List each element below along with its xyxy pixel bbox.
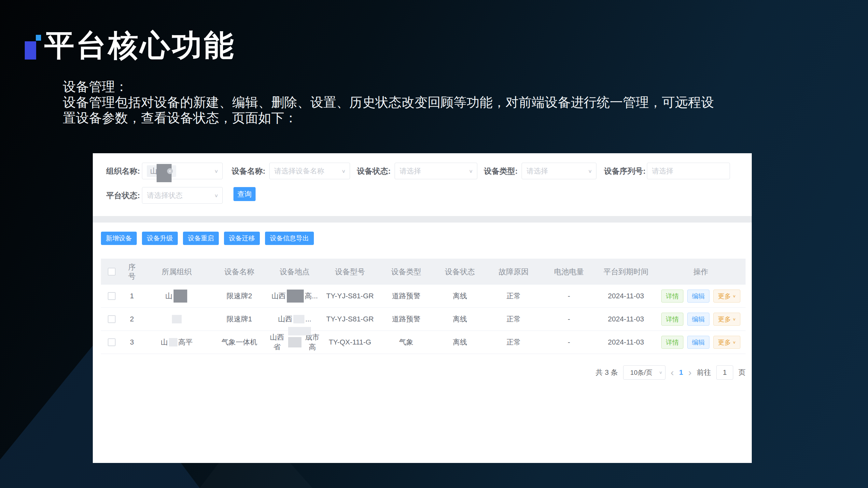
toolbar-button[interactable]: 设备迁移 bbox=[224, 232, 260, 245]
chevron-down-icon: ∨ bbox=[733, 317, 736, 321]
toolbar: 新增设备设备升级设备重启设备迁移设备信息导出 bbox=[101, 232, 314, 245]
chevron-down-icon: ∨ bbox=[469, 168, 473, 174]
header-cell: 设备型号 bbox=[322, 259, 378, 285]
cell-actions: 详情编辑更多∨ bbox=[656, 285, 746, 307]
header-cell: 设备状态 bbox=[435, 259, 485, 285]
table-row: 3山高平气象一体机山西省成市高TY-QX-111-G气象离线正常-2024-11… bbox=[101, 331, 746, 354]
action-label: 更多 bbox=[718, 315, 731, 324]
device-status-select[interactable]: 请选择 ∨ bbox=[395, 163, 477, 179]
more-button[interactable]: 更多∨ bbox=[713, 290, 740, 302]
row-checkbox-cell bbox=[101, 285, 122, 307]
cell-text: 山 bbox=[165, 291, 173, 301]
body-line: 设备管理： bbox=[63, 79, 714, 95]
redaction-box bbox=[287, 290, 304, 302]
device-name-label: 设备名称: bbox=[223, 166, 265, 176]
header-cell: 平台到期时间 bbox=[596, 259, 656, 285]
device-type-label: 设备类型: bbox=[482, 166, 518, 176]
device-status-placeholder: 请选择 bbox=[400, 166, 421, 176]
header-label: 序号 bbox=[128, 263, 136, 281]
cell-status: 离线 bbox=[435, 308, 485, 330]
page-size-select[interactable]: 10条/页 ∨ bbox=[623, 365, 665, 380]
body-text: 设备管理： 设备管理包括对设备的新建、编辑、删除、设置、历史状态改变回顾等功能，… bbox=[63, 79, 714, 126]
action-label: 编辑 bbox=[692, 338, 705, 347]
cell-text: 山西 bbox=[272, 291, 286, 301]
detail-button[interactable]: 详情 bbox=[661, 336, 683, 349]
table-header-row: 序号所属组织设备名称设备地点设备型号设备类型设备状态故障原因电池电量平台到期时间… bbox=[101, 259, 746, 285]
header-label: 设备地点 bbox=[280, 267, 310, 277]
filter-org: 组织名称: 山西 × ∨ bbox=[106, 163, 223, 179]
cell-name: 气象一体机 bbox=[212, 331, 267, 354]
header-label: 设备类型 bbox=[391, 267, 421, 277]
detail-button[interactable]: 详情 bbox=[661, 313, 683, 326]
current-page[interactable]: 1 bbox=[679, 368, 683, 377]
body-line: 设备管理包括对设备的新建、编辑、删除、设置、历史状态改变回顾等功能，对前端设备进… bbox=[63, 95, 714, 110]
toolbar-button[interactable]: 设备升级 bbox=[142, 232, 178, 245]
cell-org: 山高平 bbox=[142, 331, 212, 354]
detail-button[interactable]: 详情 bbox=[661, 290, 683, 302]
goto-page-value: 1 bbox=[723, 368, 727, 377]
row-checkbox[interactable] bbox=[108, 315, 116, 323]
action-label: 编辑 bbox=[692, 315, 705, 324]
prev-page-arrow[interactable]: ‹ bbox=[671, 368, 674, 378]
cell-status: 离线 bbox=[435, 331, 485, 354]
org-name-label: 组织名称: bbox=[106, 166, 139, 176]
page-suffix-label: 页 bbox=[738, 368, 746, 378]
redaction-box bbox=[172, 315, 182, 323]
cell-org: 山 bbox=[142, 285, 212, 307]
serial-number-input[interactable]: 请选择 bbox=[647, 163, 730, 179]
cell-battery: - bbox=[542, 285, 596, 307]
filter-device-status: 设备状态: 请选择 ∨ bbox=[353, 163, 477, 179]
device-type-select[interactable]: 请选择 ∨ bbox=[522, 163, 596, 179]
edit-button[interactable]: 编辑 bbox=[687, 313, 709, 326]
total-count: 共 3 条 bbox=[595, 368, 618, 378]
more-button[interactable]: 更多∨ bbox=[713, 336, 740, 349]
org-tag: 山西 × bbox=[147, 165, 176, 177]
more-button[interactable]: 更多∨ bbox=[713, 313, 740, 326]
filter-serial-number: 设备序列号: 请选择 bbox=[604, 163, 730, 179]
action-label: 更多 bbox=[718, 338, 731, 347]
cell-index: 1 bbox=[122, 285, 142, 307]
cell-expire: 2024-11-03 bbox=[596, 285, 656, 307]
device-type-placeholder: 请选择 bbox=[526, 166, 548, 176]
cell-fault: 正常 bbox=[485, 285, 542, 307]
cell-expire: 2024-11-03 bbox=[596, 331, 656, 354]
redaction-box bbox=[169, 338, 178, 347]
goto-label: 前往 bbox=[697, 368, 711, 378]
edit-button[interactable]: 编辑 bbox=[687, 336, 709, 349]
goto-page-input[interactable]: 1 bbox=[716, 365, 733, 380]
cell-status: 离线 bbox=[435, 285, 485, 307]
org-name-select[interactable]: 山西 × ∨ bbox=[142, 163, 223, 179]
platform-status-select[interactable]: 请选择状态 ∨ bbox=[142, 187, 223, 204]
header-label: 操作 bbox=[693, 267, 709, 277]
cell-name: 限速牌1 bbox=[212, 308, 267, 330]
chevron-down-icon: ∨ bbox=[214, 168, 218, 174]
body-line: 置设备参数，查看设备状态，页面如下： bbox=[63, 110, 714, 126]
redaction-box bbox=[288, 337, 302, 348]
cell-index: 3 bbox=[122, 331, 142, 354]
platform-status-placeholder: 请选择状态 bbox=[147, 191, 183, 200]
device-name-select[interactable]: 请选择设备名称 ∨ bbox=[269, 163, 350, 179]
search-button[interactable]: 查询 bbox=[234, 187, 255, 201]
row-checkbox[interactable] bbox=[108, 292, 116, 300]
header-label: 所属组织 bbox=[162, 267, 192, 277]
cell-model: TY-QX-111-G bbox=[322, 331, 378, 354]
device-name-placeholder: 请选择设备名称 bbox=[274, 166, 324, 176]
cell-type: 道路预警 bbox=[378, 308, 435, 330]
toolbar-button[interactable]: 新增设备 bbox=[101, 232, 137, 245]
pagination: 共 3 条 10条/页 ∨ ‹ 1 › 前往 1 页 bbox=[595, 365, 746, 380]
chevron-down-icon: ∨ bbox=[733, 340, 736, 345]
edit-button[interactable]: 编辑 bbox=[687, 290, 709, 302]
select-all-checkbox[interactable] bbox=[108, 268, 116, 275]
row-checkbox[interactable] bbox=[108, 338, 116, 346]
chevron-down-icon: ∨ bbox=[342, 168, 346, 174]
next-page-arrow[interactable]: › bbox=[688, 368, 691, 378]
header-label: 设备型号 bbox=[335, 267, 365, 277]
cell-text: 山 bbox=[161, 337, 168, 347]
table-body: 1山限速牌2山西高...TY-YJ-S81-GR道路预警离线正常-2024-11… bbox=[101, 285, 746, 354]
filter-device-name: 设备名称: 请选择设备名称 ∨ bbox=[223, 163, 350, 179]
toolbar-button[interactable]: 设备信息导出 bbox=[265, 232, 314, 245]
header-cell: 故障原因 bbox=[485, 259, 542, 285]
toolbar-button[interactable]: 设备重启 bbox=[183, 232, 219, 245]
tag-close-icon[interactable]: × bbox=[167, 168, 173, 174]
header-cell: 操作 bbox=[656, 259, 746, 285]
